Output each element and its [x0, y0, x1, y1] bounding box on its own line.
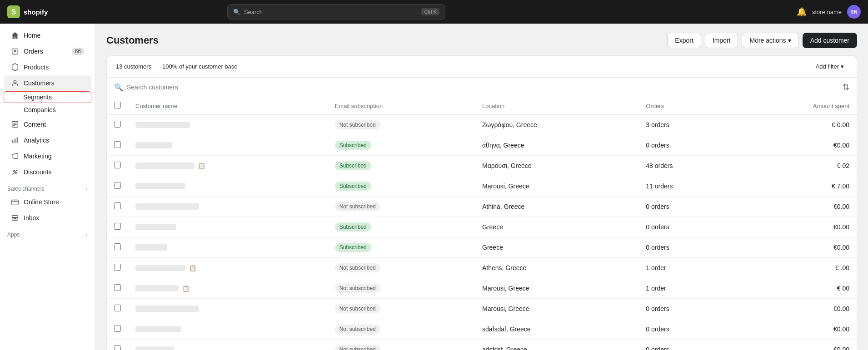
- sidebar-item-analytics[interactable]: Analytics: [4, 133, 91, 148]
- table-row[interactable]: SubscribedMarousi, Greece11 orders€ 7.00: [107, 176, 857, 197]
- sidebar-label-orders: Orders: [24, 48, 43, 55]
- orders-cell: 0 orders: [639, 197, 736, 217]
- subscription-cell: Subscribed: [328, 217, 475, 237]
- export-button[interactable]: Export: [667, 33, 701, 48]
- subscription-cell: Not subscribed: [328, 115, 475, 135]
- sidebar-item-discounts[interactable]: Discounts: [4, 164, 91, 180]
- notification-bell-icon[interactable]: 🔔: [797, 7, 807, 17]
- sidebar-item-companies[interactable]: Companies: [4, 104, 91, 116]
- orders-cell: 0 orders: [639, 135, 736, 156]
- header-actions: Export Import More actions ▾ Add custome…: [667, 33, 857, 48]
- sidebar-item-products[interactable]: Products: [4, 59, 91, 75]
- inbox-icon: [11, 214, 19, 222]
- add-customer-button[interactable]: Add customer: [803, 33, 857, 48]
- table-row[interactable]: SubscribedGreece0 orders€0.00: [107, 217, 857, 237]
- amount-cell: € .00: [736, 258, 857, 278]
- orders-cell: 1 order: [639, 258, 736, 278]
- shopify-logo-icon: S: [7, 5, 20, 18]
- select-all-header: [107, 97, 128, 115]
- sidebar-item-marketing[interactable]: Marketing: [4, 148, 91, 164]
- row-checkbox-cell: [107, 237, 128, 258]
- row-checkbox-cell: [107, 299, 128, 319]
- orders-badge: 66: [72, 48, 84, 55]
- subscription-badge: Not subscribed: [335, 345, 380, 350]
- page-header: Customers Export Import More actions ▾ A…: [106, 33, 857, 48]
- online-store-icon: [11, 198, 19, 206]
- sidebar-item-orders[interactable]: Orders 66: [4, 44, 91, 59]
- row-checkbox[interactable]: [114, 345, 121, 350]
- sidebar-item-inbox[interactable]: Inbox: [4, 210, 91, 226]
- sidebar-item-content[interactable]: Content: [4, 117, 91, 132]
- apps-expand-icon[interactable]: ›: [86, 232, 88, 238]
- customers-card: 13 customers 100% of your customer base …: [106, 55, 857, 350]
- discounts-icon: [11, 168, 19, 176]
- customers-icon: [11, 79, 19, 87]
- subscription-badge: Not subscribed: [335, 202, 380, 211]
- orders-cell: 3 orders: [639, 115, 736, 135]
- location-cell: adsfdsf, Greece: [475, 340, 639, 350]
- logo[interactable]: S shopify: [7, 5, 48, 18]
- select-all-checkbox[interactable]: [114, 102, 121, 108]
- table-row[interactable]: Not subscribedsdafsdaf, Greece0 orders€0…: [107, 319, 857, 340]
- customer-name-blurred: [135, 203, 199, 210]
- avatar[interactable]: SN: [847, 5, 861, 19]
- sidebar-item-customers[interactable]: Customers: [4, 75, 91, 91]
- customer-name-blurred: [135, 142, 172, 148]
- row-checkbox[interactable]: [114, 121, 121, 128]
- row-checkbox[interactable]: [114, 325, 121, 332]
- sidebar-label-inbox: Inbox: [24, 214, 39, 222]
- table-row[interactable]: 📋Not subscribedMarousi, Greece1 order€ 0…: [107, 278, 857, 299]
- sort-icon[interactable]: ⇅: [843, 82, 849, 92]
- orders-cell: 0 orders: [639, 299, 736, 319]
- amount-cell: € 7.00: [736, 176, 857, 197]
- main-content: Customers Export Import More actions ▾ A…: [95, 24, 868, 350]
- table-row[interactable]: Not subscribedadsfdsf, Greece0 orders€0.…: [107, 340, 857, 350]
- subscription-cell: Not subscribed: [328, 258, 475, 278]
- sales-channels-expand-icon[interactable]: ›: [86, 186, 88, 192]
- add-filter-button[interactable]: Add filter ▾: [812, 61, 848, 72]
- more-actions-button[interactable]: More actions ▾: [742, 33, 798, 48]
- table-row[interactable]: 📋Not subscribedAthens, Greece1 order€ .0…: [107, 258, 857, 278]
- orders-cell: 0 orders: [639, 340, 736, 350]
- location-cell: Greece: [475, 217, 639, 237]
- topnav-right-section: 🔔 store name SN: [797, 5, 861, 19]
- global-search-bar[interactable]: 🔍 Search Ctrl K: [227, 4, 445, 20]
- orders-cell: 0 orders: [639, 319, 736, 340]
- customer-name-cell: [128, 299, 328, 319]
- customer-percentage: 100% of your customer base: [162, 63, 237, 70]
- logo-text: shopify: [24, 8, 48, 16]
- subscription-badge: Not subscribed: [335, 304, 380, 313]
- amount-cell: €0.00: [736, 197, 857, 217]
- sidebar-item-home[interactable]: Home: [4, 28, 91, 43]
- row-checkbox[interactable]: [114, 141, 121, 148]
- orders-cell: 1 order: [639, 278, 736, 299]
- row-checkbox[interactable]: [114, 182, 121, 189]
- row-checkbox[interactable]: [114, 202, 121, 209]
- row-checkbox[interactable]: [114, 284, 121, 291]
- row-checkbox[interactable]: [114, 305, 121, 311]
- row-checkbox[interactable]: [114, 162, 121, 168]
- row-checkbox[interactable]: [114, 243, 121, 250]
- subscription-badge: Subscribed: [335, 182, 371, 191]
- customer-name-blurred: [135, 122, 190, 128]
- sidebar-label-companies: Companies: [24, 106, 56, 113]
- table-row[interactable]: Not subscribedMarousi, Greece0 orders€0.…: [107, 299, 857, 319]
- table-row[interactable]: SubscribedGreece0 orders€0.00: [107, 237, 857, 258]
- column-header-email-sub: Email subscription: [328, 97, 475, 115]
- customers-table: Customer name Email subscription Locatio…: [107, 97, 857, 350]
- table-header: Customer name Email subscription Locatio…: [107, 97, 857, 115]
- customer-name-cell: [128, 197, 328, 217]
- import-button[interactable]: Import: [705, 33, 738, 48]
- table-row[interactable]: Subscribedαθηνα, Greece0 orders€0.00: [107, 135, 857, 156]
- row-checkbox[interactable]: [114, 264, 121, 271]
- customer-name-cell: [128, 217, 328, 237]
- table-row[interactable]: Not subscribedΖωγράφου, Greece3 orders€ …: [107, 115, 857, 135]
- table-row[interactable]: 📋SubscribedΜαρούσι, Greece48 orders€ 02: [107, 156, 857, 176]
- table-row[interactable]: Not subscribedAthina, Greece0 orders€0.0…: [107, 197, 857, 217]
- sidebar-item-online-store[interactable]: Online Store: [4, 194, 91, 210]
- search-input[interactable]: [127, 84, 839, 91]
- subscription-cell: Subscribed: [328, 135, 475, 156]
- sidebar-item-segments[interactable]: Segments: [4, 91, 91, 103]
- row-checkbox[interactable]: [114, 223, 121, 230]
- amount-cell: €0.00: [736, 299, 857, 319]
